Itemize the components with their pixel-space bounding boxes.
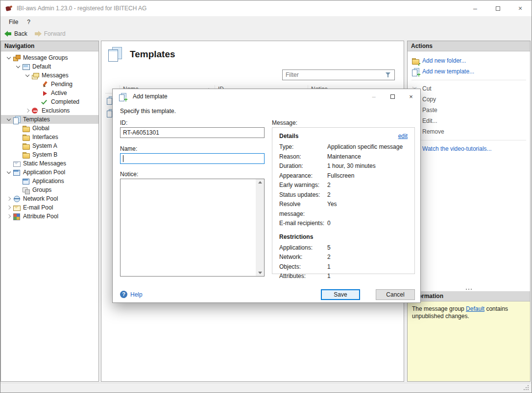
filter-input[interactable] bbox=[283, 71, 385, 78]
resize-grip[interactable] bbox=[524, 385, 530, 391]
action-label: Remove bbox=[422, 128, 444, 135]
notice-label: Notice: bbox=[120, 171, 138, 178]
details-heading: Details bbox=[279, 133, 298, 139]
applications-icon bbox=[22, 178, 30, 185]
help-icon: ? bbox=[120, 291, 127, 298]
tree-item-label: Interfaces bbox=[32, 134, 58, 140]
tree-item-templates[interactable]: Templates bbox=[1, 115, 98, 124]
tree-item-pending[interactable]: Pending bbox=[1, 80, 98, 89]
tree-item-default[interactable]: Default bbox=[1, 62, 98, 71]
folder-icon bbox=[22, 134, 30, 141]
name-input[interactable] bbox=[120, 153, 265, 164]
filter-funnel-icon[interactable] bbox=[385, 71, 392, 78]
action-paste[interactable]: Paste bbox=[408, 105, 530, 116]
action-cut[interactable]: Cut bbox=[408, 83, 530, 94]
notice-textarea[interactable] bbox=[120, 179, 265, 277]
monitor-icon bbox=[22, 63, 30, 70]
tree-item-application-pool[interactable]: Application Pool bbox=[1, 168, 98, 177]
tree-item-static-messages[interactable]: Static Messages bbox=[1, 159, 98, 168]
tree-item-label: Default bbox=[32, 63, 51, 70]
tree-item-label: E-mail Pool bbox=[23, 204, 53, 211]
panel-splitter[interactable] bbox=[408, 287, 530, 291]
tree-item-completed[interactable]: Completed bbox=[1, 97, 98, 106]
back-arrow-icon bbox=[4, 31, 12, 37]
edit-message-link[interactable]: edit bbox=[398, 133, 408, 139]
template-icon bbox=[13, 116, 21, 123]
help-button[interactable]: ? Help bbox=[120, 291, 143, 298]
tree-item-system-b[interactable]: System B bbox=[1, 150, 98, 159]
action-add-new-template[interactable]: Add new template... bbox=[408, 66, 530, 77]
splitter-grip-icon bbox=[468, 289, 469, 290]
maximize-button[interactable] bbox=[486, 0, 509, 16]
network-pool-icon bbox=[13, 195, 21, 203]
scroll-down-icon[interactable] bbox=[258, 272, 262, 274]
navigation-panel: Navigation Message Groups Default Messag… bbox=[0, 41, 99, 382]
tree-item-attribute-pool[interactable]: Attribute Pool bbox=[1, 212, 98, 221]
chevron-placeholder bbox=[15, 125, 22, 132]
chevron-right-icon[interactable] bbox=[6, 195, 13, 202]
detail-row: Type:Application specific message bbox=[279, 142, 408, 152]
chevron-right-icon[interactable] bbox=[6, 204, 13, 211]
tree-item-label: Exclusions bbox=[42, 107, 70, 114]
pending-icon bbox=[41, 81, 48, 88]
dialog-minimize-button[interactable]: – bbox=[364, 89, 383, 104]
tree-item-network-pool[interactable]: Network Pool bbox=[1, 194, 98, 203]
tree-item-active[interactable]: Active bbox=[1, 89, 98, 97]
scroll-up-icon[interactable] bbox=[258, 181, 262, 184]
action-copy[interactable]: Copy bbox=[408, 94, 530, 105]
chevron-down-icon[interactable] bbox=[6, 54, 13, 61]
forward-button[interactable]: Forward bbox=[34, 30, 66, 37]
tree-item-system-a[interactable]: System A bbox=[1, 141, 98, 150]
tree-item-email-pool[interactable]: E-mail Pool bbox=[1, 203, 98, 212]
dialog-subtitle: Specify this template. bbox=[120, 108, 176, 115]
tree-item-applications[interactable]: Applications bbox=[1, 177, 98, 185]
notice-scrollbar[interactable] bbox=[256, 179, 264, 276]
chevron-right-icon[interactable] bbox=[6, 213, 13, 220]
tree-item-label: Network Pool bbox=[23, 195, 58, 202]
chevron-placeholder bbox=[34, 98, 41, 105]
close-button[interactable]: × bbox=[509, 0, 532, 16]
id-label: ID: bbox=[120, 119, 127, 126]
menu-bar: File ? bbox=[0, 16, 532, 27]
app-window: IBI-aws Admin 1.23.0 - registered for IB… bbox=[0, 0, 532, 393]
right-column: Actions Add new folder... Add new templa… bbox=[407, 41, 531, 382]
tree-item-exclusions[interactable]: Exclusions bbox=[1, 106, 98, 115]
detail-row: Appearance:Fullscreen bbox=[279, 171, 408, 181]
action-watch-video-tutorials[interactable]: Watch the video-tutorials... bbox=[408, 143, 530, 154]
action-add-new-folder[interactable]: Add new folder... bbox=[408, 55, 530, 66]
tree-item-label: Applications bbox=[32, 178, 64, 185]
back-button[interactable]: Back bbox=[4, 30, 27, 37]
dialog-close-button[interactable]: × bbox=[402, 89, 420, 104]
save-button[interactable]: Save bbox=[321, 289, 360, 300]
chevron-down-icon[interactable] bbox=[6, 169, 13, 176]
tree-item-label: Message Groups bbox=[23, 54, 68, 61]
action-edit[interactable]: Edit... bbox=[408, 116, 530, 126]
navigation-header: Navigation bbox=[1, 41, 98, 51]
default-group-link[interactable]: Default bbox=[466, 305, 484, 312]
menu-file[interactable]: File bbox=[4, 17, 23, 27]
tree-item-interfaces[interactable]: Interfaces bbox=[1, 133, 98, 141]
maximize-icon bbox=[496, 6, 500, 11]
toolbar: Back Forward bbox=[0, 27, 532, 40]
tree-item-groups[interactable]: Groups bbox=[1, 185, 98, 194]
tree-item-messages[interactable]: Messages bbox=[1, 71, 98, 80]
messages-icon bbox=[31, 72, 39, 79]
menu-help[interactable]: ? bbox=[23, 17, 35, 27]
cancel-button[interactable]: Cancel bbox=[376, 289, 415, 300]
active-icon bbox=[41, 90, 48, 97]
minimize-button[interactable]: – bbox=[464, 0, 486, 16]
navigation-tree: Message Groups Default Messages Pending … bbox=[1, 51, 98, 221]
tree-item-message-groups[interactable]: Message Groups bbox=[1, 53, 98, 62]
id-input[interactable] bbox=[120, 127, 265, 138]
action-label: Cut bbox=[422, 85, 432, 92]
chevron-down-icon[interactable] bbox=[15, 63, 22, 70]
chevron-right-icon[interactable] bbox=[24, 107, 31, 114]
dialog-maximize-button[interactable] bbox=[383, 89, 402, 104]
folder-icon bbox=[22, 125, 30, 132]
chevron-down-icon[interactable] bbox=[24, 72, 31, 79]
chevron-down-icon[interactable] bbox=[6, 116, 13, 123]
action-remove[interactable]: Remove bbox=[408, 126, 530, 137]
tree-item-global[interactable]: Global bbox=[1, 124, 98, 133]
app-icon bbox=[5, 5, 13, 12]
chevron-placeholder bbox=[15, 151, 22, 158]
